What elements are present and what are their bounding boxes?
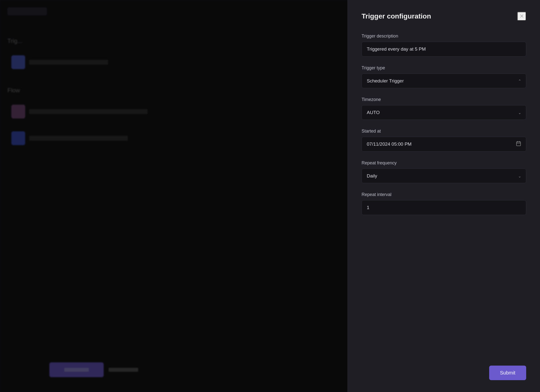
modal-footer: Submit xyxy=(362,356,526,380)
repeat-frequency-group: Repeat frequency Daily Weekly Monthly Ho… xyxy=(362,160,526,183)
trigger-type-select-wrapper: Scheduler Trigger Webhook Trigger Manual… xyxy=(362,74,526,88)
repeat-interval-input[interactable] xyxy=(362,200,526,215)
started-at-group: Started at xyxy=(362,129,526,152)
trigger-description-input[interactable] xyxy=(362,42,526,57)
trigger-type-group: Trigger type Scheduler Trigger Webhook T… xyxy=(362,65,526,88)
repeat-frequency-label: Repeat frequency xyxy=(362,160,526,166)
modal-header: Trigger configuration ✕ xyxy=(362,12,526,21)
repeat-frequency-select-wrapper: Daily Weekly Monthly Hourly ⌄ xyxy=(362,169,526,183)
trigger-type-select[interactable]: Scheduler Trigger Webhook Trigger Manual… xyxy=(362,74,526,88)
trigger-configuration-modal: Trigger configuration ✕ Trigger descript… xyxy=(347,0,540,392)
close-button[interactable]: ✕ xyxy=(517,12,526,21)
timezone-group: Timezone AUTO UTC America/New_York Europ… xyxy=(362,97,526,120)
repeat-interval-label: Repeat interval xyxy=(362,192,526,197)
timezone-label: Timezone xyxy=(362,97,526,102)
started-at-label: Started at xyxy=(362,129,526,134)
timezone-select-wrapper: AUTO UTC America/New_York Europe/London … xyxy=(362,105,526,120)
timezone-select[interactable]: AUTO UTC America/New_York Europe/London xyxy=(362,105,526,120)
repeat-frequency-select[interactable]: Daily Weekly Monthly Hourly xyxy=(362,169,526,183)
submit-button[interactable]: Submit xyxy=(489,366,526,380)
trigger-description-group: Trigger description xyxy=(362,34,526,57)
trigger-type-label: Trigger type xyxy=(362,65,526,71)
started-at-input[interactable] xyxy=(362,137,526,152)
started-at-input-wrapper xyxy=(362,137,526,152)
repeat-interval-group: Repeat interval xyxy=(362,192,526,215)
trigger-description-label: Trigger description xyxy=(362,34,526,39)
modal-title: Trigger configuration xyxy=(362,12,431,20)
